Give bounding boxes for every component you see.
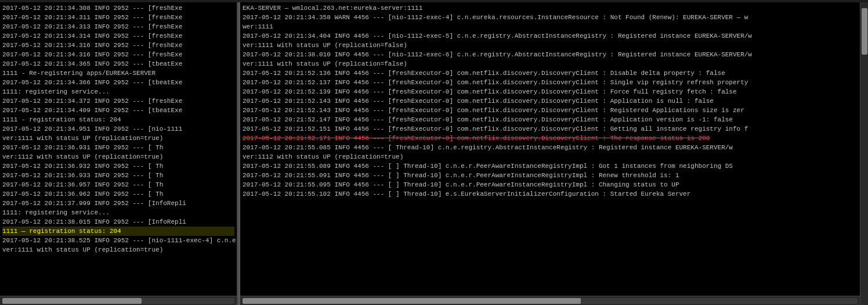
log-line: 2017-05-12 20:21:52.143 INFO 4456 --- [f… [243, 96, 858, 106]
main-container: 2017-05-12 20:21:34.308 INFO 2952 --- [f… [0, 0, 868, 305]
log-line: 2017-05-12 20:21:52.136 INFO 4456 --- [f… [243, 69, 858, 78]
log-line: ver:1111 with status UP (replication=tru… [2, 134, 234, 143]
log-line: ver:1111 with status UP (replication=fal… [243, 59, 858, 69]
right-v-scrollbar[interactable] [860, 2, 868, 305]
left-log-content[interactable]: 2017-05-12 20:21:34.308 INFO 2952 --- [f… [0, 2, 237, 296]
log-line: 2017-05-12 20:21:37.999 INFO 2952 --- [I… [2, 199, 234, 208]
right-log-panel: EKA-SERVER — wmlocal.263.net:eureka-serv… [240, 2, 860, 305]
log-line: 2017-05-12 20:21:52.139 INFO 4456 --- [f… [243, 87, 858, 96]
log-line: 2017-05-12 20:21:34.314 INFO 2952 --- [f… [2, 31, 234, 41]
log-line: ver:1111 with status UP (replication=tru… [2, 245, 234, 254]
log-panels: 2017-05-12 20:21:34.308 INFO 2952 --- [f… [0, 2, 868, 305]
log-line: 2017-05-12 20:21:34.365 INFO 2952 --- [t… [2, 59, 234, 69]
log-line: 2017-05-12 20:21:34.951 INFO 2952 --- [n… [2, 124, 234, 134]
log-line: 2017-05-12 20:21:52.143 INFO 4456 --- [f… [243, 106, 858, 115]
log-line: 2017-05-12 20:21:34.316 INFO 2952 --- [f… [2, 50, 234, 59]
log-line: 2017-05-12 20:21:55.095 INFO 4456 --- [ … [243, 180, 858, 189]
log-line: 1111: registering service... [2, 87, 234, 96]
right-v-scrollbar-thumb[interactable] [862, 8, 867, 55]
log-line: 2017-05-12 20:21:55.102 INFO 4456 --- [ … [243, 189, 858, 199]
log-line: 2017-05-12 20:21:52.171 INFO 4456 --- [f… [243, 134, 858, 143]
log-line: 2017-05-12 20:21:34.311 INFO 2952 --- [f… [2, 13, 234, 22]
log-line: ver:1111 with status UP (replication=fal… [243, 41, 858, 50]
log-line: 1111 - registration status: 204 [2, 115, 234, 124]
left-h-scrollbar[interactable] [2, 298, 234, 304]
log-line: 2017-05-12 20:21:36.933 INFO 2952 --- [ … [2, 171, 234, 180]
log-line: 2017-05-12 20:21:36.957 INFO 2952 --- [ … [2, 180, 234, 189]
log-line: ver:1112 with status UP (replication=tru… [2, 152, 234, 162]
left-scrollbar-area [0, 296, 237, 305]
log-line: 2017-05-12 20:21:34.316 INFO 2952 --- [f… [2, 41, 234, 50]
log-line: 2017-05-12 20:21:55.089 INFO 4456 --- [ … [243, 162, 858, 171]
log-line: 2017-05-12 20:21:52.147 INFO 4456 --- [f… [243, 115, 858, 124]
log-line: 2017-05-12 20:21:38.010 INFO 4456 --- [n… [243, 50, 858, 59]
log-line: 2017-05-12 20:21:38.525 INFO 2952 --- [n… [2, 236, 234, 245]
log-line: EKA-SERVER — wmlocal.263.net:eureka-serv… [243, 3, 858, 13]
log-line: 2017-05-12 20:21:52.151 INFO 4456 --- [f… [243, 124, 858, 134]
log-line: 2017-05-12 20:21:34.358 WARN 4456 --- [n… [243, 13, 858, 22]
right-log-content[interactable]: EKA-SERVER — wmlocal.263.net:eureka-serv… [240, 2, 860, 296]
log-line: 2017-05-12 20:21:55.091 INFO 4456 --- [ … [243, 171, 858, 180]
log-line: 2017-05-12 20:21:34.409 INFO 2952 --- [t… [2, 106, 234, 115]
log-line: 2017-05-12 20:21:52.137 INFO 4456 --- [f… [243, 78, 858, 87]
right-h-scrollbar-thumb[interactable] [243, 298, 581, 304]
log-line: 2017-05-12 20:21:34.308 INFO 2952 --- [f… [2, 3, 234, 13]
log-line: 2017-05-12 20:21:34.313 INFO 2952 --- [f… [2, 22, 234, 31]
log-line: 2017-05-12 20:21:34.366 INFO 2952 --- [t… [2, 78, 234, 87]
right-h-scrollbar[interactable] [243, 298, 858, 304]
log-line: 1111 — registration status: 204 [2, 227, 234, 236]
log-line: 2017-05-12 20:21:34.372 INFO 2952 --- [f… [2, 96, 234, 106]
log-line: 2017-05-12 20:21:36.931 INFO 2952 --- [ … [2, 143, 234, 152]
log-line: ver:1112 with status UP (replication=tru… [243, 152, 858, 162]
right-panel-container: EKA-SERVER — wmlocal.263.net:eureka-serv… [240, 2, 868, 305]
log-line: 2017-05-12 20:21:36.962 INFO 2952 --- [ … [2, 189, 234, 199]
log-line: 2017-05-12 20:21:34.404 INFO 4456 --- [n… [243, 31, 858, 41]
left-h-scrollbar-thumb[interactable] [2, 298, 142, 304]
left-log-panel: 2017-05-12 20:21:34.308 INFO 2952 --- [f… [0, 2, 238, 305]
log-line: 2017-05-12 20:21:36.932 INFO 2952 --- [ … [2, 162, 234, 171]
right-scrollbar-area [240, 296, 860, 305]
log-line: 1111 - Re-registering apps/EUREKA-SERVER [2, 69, 234, 78]
log-line: 1111: registering service... [2, 208, 234, 217]
log-line: 2017-05-12 20:21:55.085 INFO 4456 --- [ … [243, 143, 858, 152]
log-line: wer:1111 [243, 22, 858, 31]
log-line: 2017-05-12 20:21:38.015 INFO 2952 --- [I… [2, 217, 234, 227]
